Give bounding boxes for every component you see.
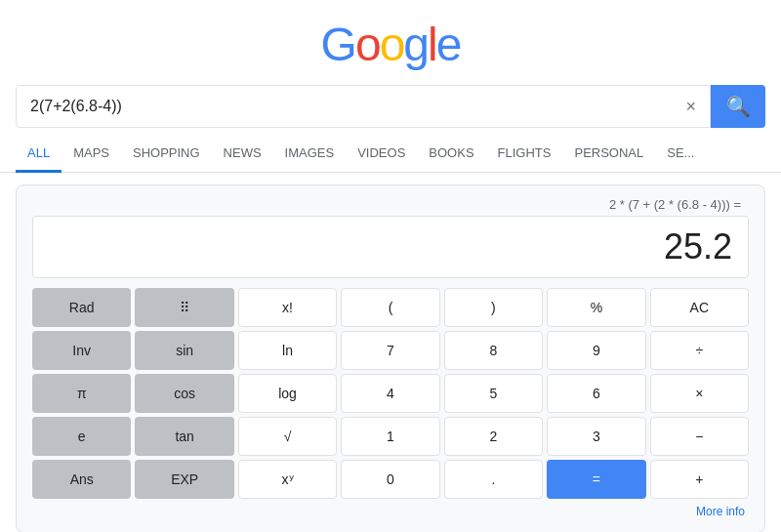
tab-shopping[interactable]: SHOPPING [121, 136, 212, 173]
calc-btn-4-17[interactable]: 4 [341, 374, 439, 413]
calc-btn-EXP-29[interactable]: EXP [135, 460, 233, 499]
calc-btn-Ans-28[interactable]: Ans [32, 460, 131, 499]
calc-btn-cos-15[interactable]: cos [135, 374, 233, 413]
tab-images[interactable]: IMAGES [273, 136, 347, 173]
calc-btn-_-1[interactable]: ⠿ [135, 288, 233, 327]
calc-btn-_-14[interactable]: π [32, 374, 131, 413]
tab-all[interactable]: ALL [16, 136, 62, 173]
calc-btn-_-13[interactable]: ÷ [650, 331, 749, 370]
calc-btn-_-23[interactable]: √ [238, 417, 337, 456]
calc-btn-ln-9[interactable]: ln [238, 331, 337, 370]
tab-maps[interactable]: MAPS [62, 136, 121, 173]
tab-videos[interactable]: VIDEOS [346, 136, 417, 173]
calc-btn-x_-2[interactable]: x! [238, 288, 337, 327]
logo-letter-o1: o [355, 19, 380, 70]
calc-btn-AC-6[interactable]: AC [650, 288, 749, 327]
search-icon: 🔍 [726, 95, 751, 118]
calculator-widget: 2 * (7 + (2 * (6.8 - 4))) = 25.2 Rad⠿x!(… [16, 184, 765, 532]
calc-btn-tan-22[interactable]: tan [135, 417, 233, 456]
calc-btn-_-33[interactable]: = [547, 460, 645, 499]
search-bar-container: 2(7+2(6.8-4)) × 🔍 [0, 85, 781, 128]
calc-btn-0-31[interactable]: 0 [341, 460, 439, 499]
nav-tabs: ALL MAPS SHOPPING NEWS IMAGES VIDEOS BOO… [0, 136, 781, 173]
calculator-grid: Rad⠿x!()%ACInvsinln789÷πcoslog456×etan√1… [32, 288, 749, 499]
tab-more[interactable]: SE... [655, 136, 706, 173]
calc-btn-_-34[interactable]: + [650, 460, 749, 499]
tab-flights[interactable]: FLIGHTS [486, 136, 563, 173]
calc-btn-5-18[interactable]: 5 [444, 374, 543, 413]
calc-btn-_-3[interactable]: ( [341, 288, 439, 327]
calc-btn-7-10[interactable]: 7 [341, 331, 439, 370]
result-value: 25.2 [664, 226, 732, 267]
calc-btn-_-32[interactable]: . [444, 460, 543, 499]
logo-letter-l: l [428, 19, 436, 70]
search-button[interactable]: 🔍 [711, 85, 765, 128]
calc-btn-1-24[interactable]: 1 [341, 417, 439, 456]
google-logo: Google [321, 18, 461, 71]
logo-letter-g: G [321, 19, 355, 70]
clear-search-button[interactable]: × [685, 97, 696, 117]
tab-personal[interactable]: PERSONAL [562, 136, 655, 173]
calc-btn-_-4[interactable]: ) [444, 288, 543, 327]
search-bar[interactable]: 2(7+2(6.8-4)) × [16, 85, 711, 128]
calc-btn-_-5[interactable]: % [547, 288, 645, 327]
calc-btn-e-21[interactable]: e [32, 417, 131, 456]
calc-btn-log-16[interactable]: log [238, 374, 337, 413]
calc-btn-9-12[interactable]: 9 [547, 331, 645, 370]
calc-btn-8-11[interactable]: 8 [444, 331, 543, 370]
calc-btn-6-19[interactable]: 6 [547, 374, 645, 413]
tab-news[interactable]: NEWS [212, 136, 273, 173]
calc-btn-_-27[interactable]: − [650, 417, 749, 456]
expression-display: 2 * (7 + (2 * (6.8 - 4))) = [32, 197, 749, 212]
calc-btn-sin-8[interactable]: sin [135, 331, 233, 370]
calc-btn-_-20[interactable]: × [650, 374, 749, 413]
more-info-link[interactable]: More info [32, 499, 749, 520]
result-display: 25.2 [32, 216, 749, 278]
logo-letter-e: e [436, 19, 461, 70]
header: Google 2(7+2(6.8-4)) × 🔍 ALL MAPS SHOPPI… [0, 0, 781, 173]
calc-btn-2-25[interactable]: 2 [444, 417, 543, 456]
calc-btn-3-26[interactable]: 3 [547, 417, 645, 456]
calc-btn-Rad-0[interactable]: Rad [32, 288, 131, 327]
tab-books[interactable]: BOOKS [417, 136, 485, 173]
calc-btn-x_-30[interactable]: xʸ [238, 460, 337, 499]
search-query: 2(7+2(6.8-4)) [30, 98, 678, 115]
logo-letter-g2: g [403, 19, 428, 70]
calc-btn-Inv-7[interactable]: Inv [32, 331, 131, 370]
logo-letter-o2: o [380, 19, 404, 70]
